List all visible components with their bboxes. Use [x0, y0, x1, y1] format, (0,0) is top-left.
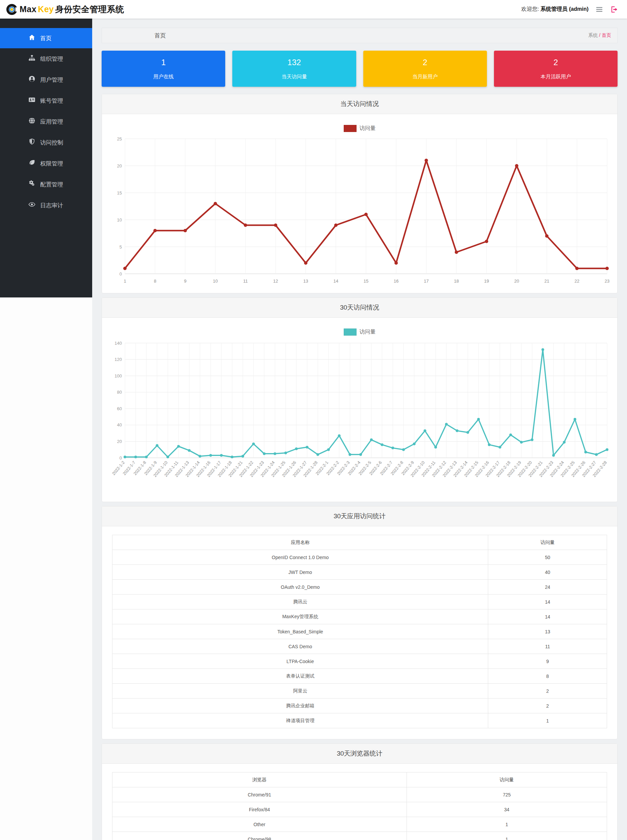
cell-name: 禅道项目管理	[112, 713, 488, 728]
cell-visit-count: 1	[488, 713, 607, 728]
svg-text:0: 0	[120, 271, 122, 277]
browser-stats-table: 浏览器 访问量 Chrome/91725Firefox/8434Other1Ch…	[112, 772, 607, 840]
stat-card-month-active-users: 2 本月活跃用户	[494, 50, 618, 87]
cell-name: LTPA-Cookie	[112, 654, 488, 669]
cell-name: OAuth v2.0_Demo	[112, 580, 488, 595]
sidebar-item-label: 首页	[40, 35, 52, 42]
logo-text-max: Max	[20, 5, 36, 14]
table-row: Firefox/8434	[112, 802, 607, 817]
cell-visit-count: 2	[488, 684, 607, 698]
sidebar-item-org[interactable]: 组织管理	[0, 48, 92, 69]
cell-visit-count: 34	[406, 802, 607, 817]
30day-visits-line-chart: 0204060801001201402022-1-22022-1-72022-1…	[109, 338, 612, 497]
cell-visit-count: 13	[488, 624, 607, 639]
table-row: 腾讯云14	[112, 595, 607, 609]
stat-label: 当天访问量	[282, 74, 307, 79]
stat-value: 1	[161, 58, 165, 66]
legend-label: 访问量	[359, 125, 376, 132]
tab-home[interactable]: 首页	[102, 32, 219, 39]
column-header-browser: 浏览器	[112, 772, 407, 787]
sidebar-item-access-control[interactable]: 访问控制	[0, 132, 92, 153]
svg-text:100: 100	[115, 373, 122, 379]
table-row: Other1	[112, 817, 607, 832]
svg-text:1: 1	[124, 278, 126, 283]
table-row: OAuth v2.0_Demo24	[112, 580, 607, 595]
leaf-icon	[28, 159, 35, 168]
svg-text:9: 9	[184, 278, 186, 283]
app-stats-table: 应用名称 访问量 OpenID Connect 1.0 Demo50JWT De…	[112, 535, 607, 728]
stat-label: 用户在线	[153, 74, 173, 79]
table-row: MaxKey管理系统14	[112, 609, 607, 624]
tab-bar: 首页 系统 / 首页	[102, 28, 618, 43]
cell-name: Other	[112, 817, 407, 832]
svg-text:23: 23	[605, 278, 610, 283]
eye-icon	[28, 201, 35, 210]
panel-app-stats: 30天应用访问统计 应用名称 访问量 OpenID Connect 1.0 De…	[102, 506, 618, 739]
table-row: Token_Based_Simple13	[112, 624, 607, 639]
cell-visit-count: 1	[406, 832, 607, 840]
table-row: 禅道项目管理1	[112, 713, 607, 728]
id-card-icon	[28, 96, 35, 105]
sidebar-item-home[interactable]: 首页	[0, 28, 92, 48]
sidebar-item-label: 日志审计	[40, 201, 63, 209]
stat-card-users-online: 1 用户在线	[102, 50, 225, 87]
svg-text:60: 60	[117, 406, 122, 411]
maxkey-logo-icon	[5, 3, 18, 16]
svg-text:10: 10	[213, 278, 218, 283]
legend-swatch	[344, 125, 356, 132]
cell-name: 阿里云	[112, 684, 488, 698]
legend-swatch	[344, 329, 356, 336]
cell-name: Firefox/84	[112, 802, 407, 817]
globe-icon	[28, 117, 35, 126]
sidebar-item-users[interactable]: 用户管理	[0, 69, 92, 90]
panel-title: 当天访问情况	[102, 94, 617, 114]
cogs-icon	[28, 180, 35, 189]
stat-value: 2	[423, 58, 427, 66]
svg-text:15: 15	[364, 278, 369, 283]
today-visits-line-chart: 0510152025189101112131415161718192021222…	[109, 135, 612, 288]
stat-card-month-new-users: 2 当月新用户	[363, 50, 487, 87]
sidebar-item-label: 用户管理	[40, 76, 63, 84]
welcome-prefix: 欢迎您:	[521, 6, 539, 12]
svg-text:10: 10	[117, 217, 122, 222]
welcome-user: 系统管理员 (admin)	[540, 6, 589, 12]
stat-cards-row: 1 用户在线 132 当天访问量 2 当月新用户 2 本月活跃用户	[102, 50, 618, 87]
sidebar-item-permissions[interactable]: 权限管理	[0, 153, 92, 174]
panel-title: 30天访问情况	[102, 298, 617, 318]
breadcrumb-current[interactable]: 首页	[602, 32, 611, 38]
svg-text:12: 12	[273, 278, 278, 283]
svg-text:11: 11	[243, 278, 248, 283]
svg-text:17: 17	[424, 278, 429, 283]
sitemap-icon	[28, 54, 35, 63]
sidebar-item-apps[interactable]: 应用管理	[0, 111, 92, 132]
svg-text:120: 120	[115, 357, 122, 362]
sidebar-item-accounts[interactable]: 账号管理	[0, 90, 92, 111]
cell-name: MaxKey管理系统	[112, 609, 488, 624]
table-header-row: 应用名称 访问量	[112, 535, 607, 550]
menu-bars-icon[interactable]	[595, 5, 603, 14]
table-row: LTPA-Cookie9	[112, 654, 607, 669]
welcome-text: 欢迎您: 系统管理员 (admin)	[521, 6, 589, 13]
app-logo: MaxKey身份安全管理系统	[5, 3, 124, 16]
svg-text:20: 20	[117, 164, 122, 168]
sidebar-item-config[interactable]: 配置管理	[0, 174, 92, 195]
main-content: 首页 系统 / 首页 1 用户在线 132 当天访问量 2 当月新用户 2	[92, 19, 627, 840]
table-row: 阿里云2	[112, 684, 607, 698]
sidebar-item-audit[interactable]: 日志审计	[0, 195, 92, 216]
svg-text:18: 18	[454, 278, 459, 283]
sidebar-item-label: 权限管理	[40, 160, 63, 167]
cell-name: 表单认证测试	[112, 669, 488, 684]
stat-label: 当月新用户	[412, 74, 438, 79]
table-row: Chrome/981	[112, 832, 607, 840]
cell-name: 腾讯企业邮箱	[112, 698, 488, 713]
cell-name: JWT Demo	[112, 565, 488, 580]
breadcrumb: 系统 / 首页	[588, 32, 611, 38]
table-row: OpenID Connect 1.0 Demo50	[112, 550, 607, 565]
cell-name: Token_Based_Simple	[112, 624, 488, 639]
sidebar-item-label: 组织管理	[40, 55, 63, 63]
stat-value: 2	[553, 58, 558, 66]
svg-text:40: 40	[117, 422, 122, 428]
table-row: CAS Demo11	[112, 639, 607, 654]
logout-icon[interactable]	[610, 5, 618, 14]
table-row: Chrome/91725	[112, 787, 607, 802]
